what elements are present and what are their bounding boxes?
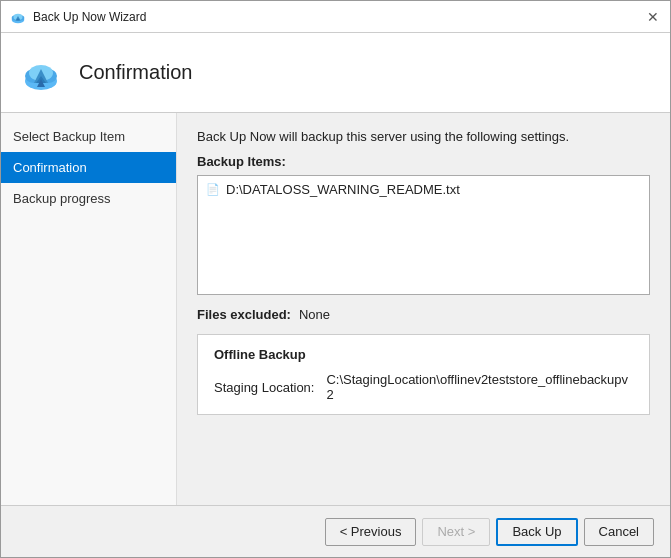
- sidebar-item-backup-progress[interactable]: Backup progress: [1, 183, 176, 214]
- page-title: Confirmation: [79, 61, 192, 84]
- sidebar: Select Backup Item Confirmation Backup p…: [1, 113, 177, 505]
- cancel-button[interactable]: Cancel: [584, 518, 654, 546]
- next-button[interactable]: Next >: [422, 518, 490, 546]
- backup-button[interactable]: Back Up: [496, 518, 577, 546]
- files-excluded-value: None: [299, 307, 330, 322]
- staging-row: Staging Location: C:\StagingLocation\off…: [214, 372, 633, 402]
- close-button[interactable]: ✕: [644, 8, 662, 26]
- main-content: Select Backup Item Confirmation Backup p…: [1, 113, 670, 505]
- content-area: Back Up Now will backup this server usin…: [177, 113, 670, 505]
- sidebar-item-select-backup[interactable]: Select Backup Item: [1, 121, 176, 152]
- wizard-header: Confirmation: [1, 33, 670, 113]
- previous-button[interactable]: < Previous: [325, 518, 417, 546]
- app-icon: [9, 8, 27, 26]
- files-excluded-label: Files excluded:: [197, 307, 291, 322]
- backup-items-label: Backup Items:: [197, 154, 650, 169]
- file-icon: 📄: [206, 183, 220, 196]
- backup-items-box: 📄 D:\DATALOSS_WARNING_README.txt: [197, 175, 650, 295]
- window-title: Back Up Now Wizard: [33, 10, 146, 24]
- wizard-window: Back Up Now Wizard ✕ Confirmation Select…: [0, 0, 671, 558]
- offline-backup-section: Offline Backup Staging Location: C:\Stag…: [197, 334, 650, 415]
- title-bar-left: Back Up Now Wizard: [9, 8, 146, 26]
- files-excluded-row: Files excluded: None: [197, 307, 650, 322]
- footer: < Previous Next > Back Up Cancel: [1, 505, 670, 557]
- description-text: Back Up Now will backup this server usin…: [197, 129, 650, 144]
- backup-item-path: D:\DATALOSS_WARNING_README.txt: [226, 182, 460, 197]
- staging-location-value: C:\StagingLocation\offlinev2teststore_of…: [326, 372, 633, 402]
- offline-backup-title: Offline Backup: [214, 347, 633, 362]
- backup-item-row: 📄 D:\DATALOSS_WARNING_README.txt: [206, 182, 641, 197]
- header-cloud-icon: [17, 49, 65, 97]
- title-bar: Back Up Now Wizard ✕: [1, 1, 670, 33]
- staging-location-label: Staging Location:: [214, 380, 314, 395]
- sidebar-item-confirmation[interactable]: Confirmation: [1, 152, 176, 183]
